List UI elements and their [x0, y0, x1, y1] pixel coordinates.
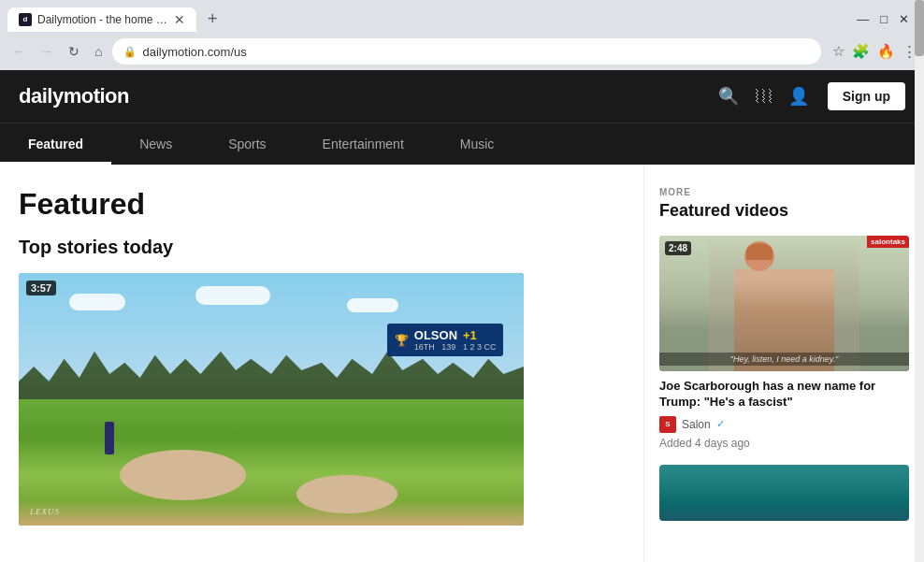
verified-icon: ✓ [716, 418, 725, 430]
scrollbar-thumb[interactable] [915, 0, 924, 56]
salon-brand-tag: salontaks [867, 236, 909, 248]
salon-subtitle: "Hey, listen, I need a kidney." [659, 353, 909, 366]
site-header: dailymotion 🔍 ⦚⦚⦚ 👤 Sign up [0, 70, 924, 122]
back-button[interactable]: ← [7, 41, 30, 62]
section-title: Top stories today [19, 237, 625, 258]
sign-up-button[interactable]: Sign up [828, 82, 905, 110]
content-right: MORE Featured videos salontaks [643, 165, 924, 562]
sidebar-video-1-title: Joe Scarborough has a new name for Trump… [659, 379, 909, 411]
cloud-1 [69, 294, 125, 310]
player-name: OLSON [414, 328, 457, 342]
sidebar-thumb-1: salontaks "Hey, listen, I need a kidney.… [659, 236, 909, 371]
new-tab-button[interactable]: + [200, 6, 225, 33]
address-bar-row: ← → ↻ ⌂ 🔒 dailymotion.com/us ☆ 🧩 🔥 ⋮ [0, 33, 924, 70]
scrollbar[interactable] [915, 0, 924, 562]
url-text: dailymotion.com/us [142, 45, 810, 59]
tab-close-button[interactable]: ✕ [174, 13, 185, 26]
minimize-button[interactable]: — [857, 12, 869, 26]
profile-icon[interactable]: 🔥 [877, 43, 895, 60]
star-icon[interactable]: ☆ [832, 43, 845, 60]
salon-channel-logo: S [659, 416, 676, 433]
person-head [744, 241, 774, 271]
window-controls: — □ ✕ [857, 12, 917, 26]
content-left: Featured Top stories today LEXUS [0, 165, 643, 562]
site-logo[interactable]: dailymotion [19, 84, 129, 108]
cloud-3 [347, 298, 398, 312]
golf-fairway [19, 399, 524, 526]
sidebar-video-1[interactable]: salontaks "Hey, listen, I need a kidney.… [659, 236, 909, 450]
score-details: 16TH 139 1 2 3 CC [414, 342, 497, 352]
sidebar-video-1-meta: S Salon ✓ [659, 416, 909, 433]
tab-favicon: d [19, 13, 32, 26]
home-button[interactable]: ⌂ [90, 41, 107, 62]
title-bar: d Dailymotion - the home for vide... ✕ +… [0, 0, 924, 33]
active-tab[interactable]: d Dailymotion - the home for vide... ✕ [7, 7, 196, 32]
site-nav: Featured News Sports Entertainment Music [0, 122, 924, 165]
golf-sand-2 [296, 475, 397, 513]
trophy-icon: 🏆 [395, 334, 409, 347]
nav-item-featured[interactable]: Featured [0, 123, 111, 165]
main-content: Featured Top stories today LEXUS [0, 165, 924, 562]
library-icon[interactable]: ⦚⦚⦚ [754, 88, 773, 105]
main-video-thumbnail[interactable]: LEXUS 🏆 OLSON +1 16TH 139 [19, 273, 524, 526]
nav-item-music[interactable]: Music [432, 123, 523, 165]
salon-thumb-inner: salontaks "Hey, listen, I need a kidney.… [659, 236, 909, 371]
scoreboard-info: OLSON +1 16TH 139 1 2 3 CC [414, 328, 497, 352]
nav-item-news[interactable]: News [111, 123, 200, 165]
main-video-duration: 3:57 [26, 281, 56, 295]
cloud-2 [195, 286, 270, 305]
more-label: MORE [659, 187, 909, 197]
lexus-watermark: LEXUS [30, 505, 86, 518]
close-button[interactable]: ✕ [899, 12, 909, 26]
extensions-icon[interactable]: 🧩 [852, 43, 870, 60]
golfer [105, 422, 114, 454]
page-title: Featured [19, 187, 625, 222]
nav-item-sports[interactable]: Sports [200, 123, 294, 165]
svg-text:LEXUS: LEXUS [30, 507, 60, 516]
sidebar-video-1-channel: Salon [682, 418, 711, 431]
lock-icon: 🔒 [123, 46, 137, 58]
person-hair [746, 243, 772, 260]
address-bar[interactable]: 🔒 dailymotion.com/us [112, 38, 821, 65]
nav-item-entertainment[interactable]: Entertainment [295, 123, 432, 165]
teal-thumb-inner [659, 465, 909, 521]
reload-button[interactable]: ↻ [64, 41, 84, 62]
account-icon[interactable]: 👤 [788, 86, 809, 107]
tab-title: Dailymotion - the home for vide... [37, 13, 168, 26]
restore-button[interactable]: □ [880, 12, 888, 26]
sidebar-video-2[interactable] [659, 465, 909, 521]
featured-videos-title: Featured videos [659, 201, 909, 221]
player-score: +1 [463, 328, 477, 342]
scoreboard-overlay: 🏆 OLSON +1 16TH 139 1 2 3 CC [387, 324, 504, 356]
browser-chrome: d Dailymotion - the home for vide... ✕ +… [0, 0, 924, 70]
main-video-frame: LEXUS 🏆 OLSON +1 16TH 139 [19, 273, 524, 526]
sidebar-video-1-duration: 2:48 [665, 241, 691, 255]
forward-button[interactable]: → [36, 41, 58, 62]
golf-sand-1 [120, 450, 246, 500]
toolbar-icons: ☆ 🧩 🔥 ⋮ [832, 43, 917, 60]
sidebar-thumb-2 [659, 465, 909, 521]
sidebar-video-1-age: Added 4 days ago [659, 437, 909, 450]
search-icon[interactable]: 🔍 [718, 86, 739, 107]
header-icons: 🔍 ⦚⦚⦚ 👤 [718, 86, 809, 107]
